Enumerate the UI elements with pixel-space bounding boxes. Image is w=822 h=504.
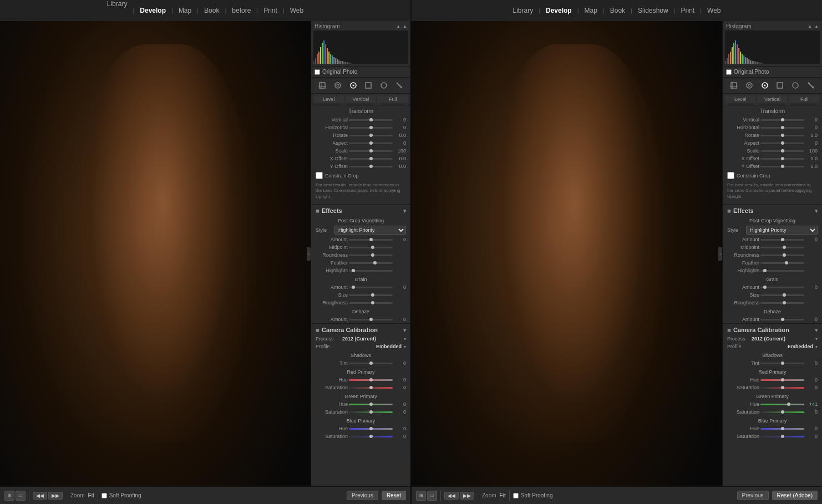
vignette-roundness-track-after[interactable] — [760, 254, 804, 256]
grain-amount-handle-after[interactable] — [763, 286, 767, 289]
blue-sat-handle-after[interactable] — [781, 435, 784, 438]
transform-aspect-handle-after[interactable] — [781, 141, 784, 145]
spot-removal-tool-after[interactable] — [744, 80, 755, 91]
nav-library-right[interactable]: Library — [507, 7, 539, 14]
transform-rotate-track[interactable] — [349, 135, 393, 136]
radial-filter-tool[interactable] — [378, 80, 389, 91]
vignette-amount-track[interactable] — [349, 239, 393, 241]
nav-map-right[interactable]: Map — [579, 7, 603, 14]
grain-roughness-track[interactable] — [349, 302, 393, 304]
nav-web-left[interactable]: Web — [285, 7, 309, 14]
dehaze-amount-handle-after[interactable] — [781, 318, 784, 321]
loupe-view-btn-before[interactable]: ▭ — [16, 491, 26, 501]
previous-btn-before[interactable]: Previous — [347, 491, 378, 500]
green-hue-track-before[interactable] — [349, 404, 393, 405]
grain-roughness-handle-after[interactable] — [783, 301, 786, 304]
transform-tab-level-after[interactable]: Level — [725, 95, 756, 103]
nav-library-left[interactable]: Library — [102, 0, 133, 21]
vignette-highlights-track-after[interactable] — [760, 270, 804, 272]
transform-tool[interactable] — [348, 80, 359, 91]
grain-amount-track[interactable] — [349, 287, 393, 288]
transform-tab-full-after[interactable]: Full — [789, 95, 820, 103]
effects-menu-icon-before[interactable]: ▾ — [403, 208, 406, 214]
transform-tab-vertical[interactable]: Vertical — [346, 95, 377, 103]
vignette-feather-track[interactable] — [349, 262, 393, 264]
transform-vertical-handle-after[interactable] — [781, 118, 784, 121]
nav-book-right[interactable]: Book — [605, 7, 631, 14]
process-dropdown-icon-after[interactable]: ▾ — [815, 337, 818, 342]
transform-tab-level[interactable]: Level — [313, 95, 344, 103]
transform-tab-vertical-after[interactable]: Vertical — [757, 95, 788, 103]
transform-horizontal-handle[interactable] — [369, 126, 373, 129]
transform-rotate-track-after[interactable] — [760, 135, 804, 136]
transform-vertical-handle[interactable] — [369, 118, 373, 121]
vignette-amount-handle[interactable] — [369, 238, 373, 241]
blue-sat-track-after[interactable] — [760, 436, 804, 437]
grain-roughness-track-after[interactable] — [760, 302, 804, 304]
transform-yoffset-handle-after[interactable] — [781, 165, 784, 168]
blue-hue-handle-after[interactable] — [781, 427, 784, 430]
transform-horizontal-track-after[interactable] — [760, 127, 804, 129]
spot-removal-tool[interactable] — [332, 80, 343, 91]
nav-web-right[interactable]: Web — [702, 7, 726, 14]
blue-hue-handle-before[interactable] — [369, 427, 373, 430]
transform-xoffset-track[interactable] — [349, 158, 393, 160]
red-hue-track-after[interactable] — [760, 379, 804, 381]
transform-scale-track-after[interactable] — [760, 150, 804, 152]
soft-proofing-checkbox-after[interactable] — [513, 493, 519, 498]
vignette-roundness-handle[interactable] — [371, 253, 374, 257]
adjustment-brush-tool[interactable] — [394, 80, 405, 91]
effects-header-before[interactable]: ◼ Effects ▾ — [311, 204, 410, 216]
transform-rotate-handle-after[interactable] — [781, 134, 784, 137]
vignette-style-select-after[interactable]: Highlight Priority Color Priority Paint … — [746, 226, 818, 235]
profile-dropdown-icon-before[interactable]: ▾ — [404, 344, 406, 349]
red-sat-handle-before[interactable] — [369, 386, 373, 389]
camera-cal-header-after[interactable]: ◼ Camera Calibration ▾ — [723, 323, 822, 335]
nav-prev-arrow-after[interactable]: ◀◀ — [444, 492, 459, 500]
vignette-amount-handle-after[interactable] — [781, 238, 784, 241]
grain-amount-handle[interactable] — [352, 286, 355, 289]
transform-yoffset-track[interactable] — [349, 166, 393, 167]
blue-sat-track-before[interactable] — [349, 436, 393, 437]
grain-amount-track-after[interactable] — [760, 287, 804, 288]
nav-develop-left[interactable]: Develop — [134, 7, 171, 14]
grain-size-track[interactable] — [349, 294, 393, 296]
blue-hue-track-after[interactable] — [760, 428, 804, 430]
vignette-highlights-handle[interactable] — [352, 269, 355, 272]
transform-scale-handle-after[interactable] — [781, 149, 784, 152]
grain-size-handle[interactable] — [371, 293, 374, 297]
vignette-amount-track-after[interactable] — [760, 239, 804, 241]
green-hue-handle-before[interactable] — [369, 403, 373, 406]
red-sat-track-after[interactable] — [760, 387, 804, 389]
constrain-crop-checkbox-after[interactable] — [727, 172, 734, 179]
camera-cal-menu-icon-before[interactable]: ▾ — [403, 327, 406, 333]
previous-btn-after[interactable]: Previous — [737, 491, 769, 500]
vignette-midpoint-handle[interactable] — [371, 246, 374, 249]
effects-menu-icon-after[interactable]: ▾ — [815, 208, 818, 214]
constrain-crop-checkbox-before[interactable] — [316, 172, 323, 179]
green-sat-handle-before[interactable] — [369, 410, 373, 414]
vignette-highlights-handle-after[interactable] — [763, 269, 767, 272]
original-photo-checkbox-before[interactable] — [314, 69, 320, 75]
nav-book-left[interactable]: Book — [199, 7, 225, 14]
red-hue-handle-before[interactable] — [369, 378, 373, 381]
transform-horizontal-handle-after[interactable] — [781, 126, 784, 129]
process-dropdown-icon-before[interactable]: ▾ — [404, 337, 406, 342]
vignette-highlights-track[interactable] — [349, 270, 393, 272]
green-hue-track-after[interactable] — [760, 404, 804, 405]
nav-next-arrow-before[interactable]: ▶▶ — [48, 492, 63, 500]
red-sat-handle-after[interactable] — [781, 386, 784, 389]
grain-size-track-after[interactable] — [760, 294, 804, 296]
transform-xoffset-handle[interactable] — [369, 157, 373, 160]
red-hue-handle-after[interactable] — [781, 378, 784, 381]
adjustment-brush-tool-after[interactable] — [805, 80, 816, 91]
transform-scale-track[interactable] — [349, 150, 393, 152]
crop-tool-after[interactable] — [728, 80, 739, 91]
nav-map-left[interactable]: Map — [173, 7, 197, 14]
transform-aspect-handle[interactable] — [369, 141, 373, 145]
vignette-midpoint-track-after[interactable] — [760, 247, 804, 248]
transform-scale-handle[interactable] — [369, 149, 373, 152]
transform-xoffset-handle-after[interactable] — [781, 157, 784, 160]
shadows-tint-handle-before[interactable] — [369, 362, 373, 365]
green-hue-handle-after[interactable] — [787, 403, 790, 406]
